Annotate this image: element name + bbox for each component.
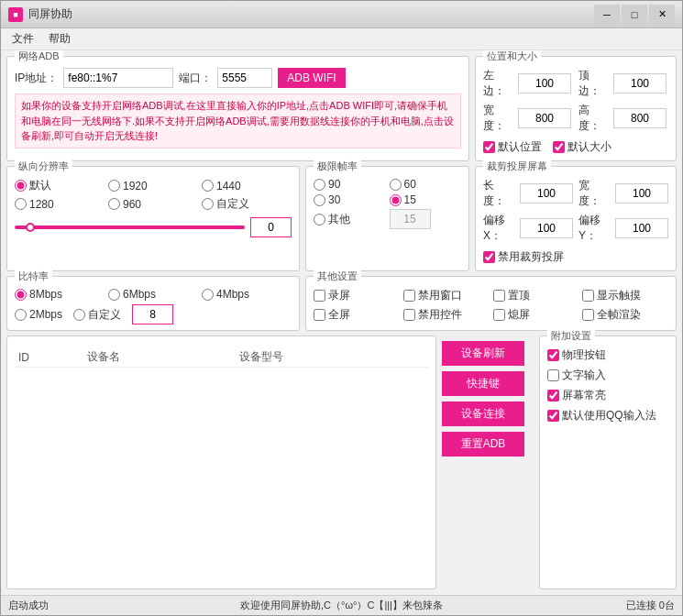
fps-90[interactable]: 90	[314, 178, 386, 191]
width-input[interactable]	[518, 108, 571, 128]
bitrate-2mbps[interactable]: 2Mbps	[15, 308, 62, 321]
crop-title: 裁剪投屏屏幕	[483, 160, 551, 173]
fps-panel: 极限帧率 90 60 30	[305, 166, 469, 271]
setting-fullscreen[interactable]: 全屏	[314, 307, 400, 323]
ip-input[interactable]	[63, 68, 173, 88]
addon-qq-input[interactable]: 默认使用QQ输入法	[547, 408, 668, 424]
resolution-slider[interactable]	[15, 226, 245, 229]
app-icon: ■	[8, 7, 23, 22]
setting-full-render[interactable]: 全帧渲染	[582, 307, 668, 323]
addon-items: 物理按钮 文字输入 屏幕常亮 默认使用QQ输入法	[547, 347, 668, 424]
settings-row: 比特率 8Mbps 6Mbps 4Mbps	[6, 276, 677, 331]
bitrate-custom[interactable]: 自定义	[73, 307, 121, 323]
connect-button[interactable]: 设备连接	[442, 402, 524, 426]
crop-grid: 长度： 宽度： 偏移X： 偏移Y：	[483, 178, 668, 244]
shortcut-button[interactable]: 快捷键	[442, 371, 524, 396]
resolution-radio-grid: 默认 1920 1440 1280	[15, 178, 292, 212]
addon-screen-bright[interactable]: 屏幕常亮	[547, 388, 668, 403]
network-adb-title: 网络ADB	[15, 50, 63, 63]
crop-panel: 裁剪投屏屏幕 长度： 宽度： 偏移X： 偏移Y： 禁用裁剪投屏	[475, 166, 677, 271]
maximize-button[interactable]: □	[622, 5, 647, 25]
position-title: 位置和大小	[483, 50, 541, 63]
res-960[interactable]: 960	[108, 196, 198, 212]
addon-physical-btn[interactable]: 物理按钮	[547, 347, 668, 363]
setting-disable-control[interactable]: 禁用控件	[403, 307, 490, 323]
bitrate-8mbps[interactable]: 8Mbps	[15, 288, 105, 301]
crop-length-input[interactable]	[520, 183, 573, 204]
warning-text: 如果你的设备支持开启网络ADB调试,在这里直接输入你的IP地址,点击ADB WI…	[15, 94, 461, 148]
default-size-label: 默认大小	[567, 139, 611, 155]
port-input[interactable]	[217, 68, 272, 88]
crop-label: 禁用裁剪投屏	[498, 249, 564, 265]
res-custom[interactable]: 自定义	[202, 196, 292, 212]
crop-width-input[interactable]	[615, 183, 668, 204]
resolution-slider-row	[15, 217, 292, 237]
network-adb-panel: 网络ADB IP地址： 端口： ADB WIFI 如果你的设备支持开启网络ADB…	[6, 56, 469, 161]
default-pos-checkbox[interactable]	[483, 141, 495, 153]
top-input[interactable]	[613, 73, 666, 94]
res-1280[interactable]: 1280	[15, 196, 105, 212]
top-row: 网络ADB IP地址： 端口： ADB WIFI 如果你的设备支持开启网络ADB…	[6, 56, 677, 161]
left-input[interactable]	[518, 73, 571, 94]
setting-screen-off[interactable]: 熄屏	[493, 307, 579, 323]
menu-help[interactable]: 帮助	[41, 29, 78, 49]
crop-checkbox[interactable]	[483, 251, 495, 263]
res-1440[interactable]: 1440	[202, 178, 292, 193]
fps-other-input[interactable]	[390, 209, 431, 229]
top-label: 顶边：	[578, 68, 608, 99]
menu-file[interactable]: 文件	[5, 29, 41, 49]
setting-top[interactable]: 置顶	[493, 288, 579, 303]
fps-60[interactable]: 60	[390, 178, 462, 191]
fps-title: 极限帧率	[314, 160, 361, 173]
refresh-button[interactable]: 设备刷新	[442, 341, 524, 366]
setting-disable-window[interactable]: 禁用窗口	[403, 288, 490, 303]
setting-show-touch[interactable]: 显示触摸	[582, 288, 668, 303]
default-size-checkbox[interactable]	[553, 141, 565, 153]
content-area: 网络ADB IP地址： 端口： ADB WIFI 如果你的设备支持开启网络ADB…	[1, 50, 682, 595]
default-pos-label: 默认位置	[498, 139, 542, 155]
offset-x-input[interactable]	[520, 218, 573, 238]
res-1920[interactable]: 1920	[108, 178, 198, 193]
offset-y-input[interactable]	[615, 218, 668, 238]
close-button[interactable]: ✕	[649, 5, 675, 25]
ip-row: IP地址： 端口： ADB WIFI	[15, 68, 461, 88]
fps-15[interactable]: 15	[390, 193, 462, 206]
middle-row: 纵向分辨率 默认 1920 1440	[6, 166, 677, 271]
setting-record[interactable]: 录屏	[314, 288, 400, 303]
default-size-checkbox-item[interactable]: 默认大小	[553, 139, 611, 155]
crop-width-label: 宽度：	[578, 178, 610, 209]
fps-other[interactable]: 其他	[314, 209, 386, 229]
bitrate-4mbps[interactable]: 4Mbps	[202, 288, 292, 301]
addon-text-input[interactable]: 文字输入	[547, 368, 668, 383]
slider-with-input	[15, 217, 292, 237]
addon-panel: 附加设置 物理按钮 文字输入 屏幕常亮	[539, 336, 677, 589]
position-panel: 位置和大小 左边： 顶边： 宽度： 高度： 默认位置	[475, 56, 677, 161]
height-label: 高度：	[578, 103, 608, 134]
bitrate-6mbps[interactable]: 6Mbps	[108, 288, 198, 301]
title-bar: ■ 同屏协助 ─ □ ✕	[1, 1, 682, 28]
col-id: ID	[15, 347, 83, 368]
left-label: 左边：	[483, 68, 512, 99]
bitrate-custom-input[interactable]	[132, 304, 173, 324]
reset-button[interactable]: 重置ADB	[442, 432, 524, 456]
status-right: 已连接 0台	[508, 599, 675, 612]
status-left: 启动成功	[8, 599, 175, 612]
status-center: 欢迎使用同屏协助,C（°ω°）C【|||】来包辣条	[175, 599, 509, 612]
minimize-button[interactable]: ─	[594, 5, 620, 25]
default-pos-checkbox-item[interactable]: 默认位置	[483, 139, 542, 155]
device-panel: ID 设备名 设备型号	[6, 336, 436, 589]
window-controls: ─ □ ✕	[594, 5, 675, 25]
adb-wifi-button[interactable]: ADB WIFI	[278, 68, 345, 88]
action-panel: 设备刷新 快捷键 设备连接 重置ADB	[442, 336, 534, 589]
fps-30[interactable]: 30	[314, 193, 386, 206]
bitrate-radio-grid: 8Mbps 6Mbps 4Mbps	[15, 288, 292, 301]
menu-bar: 文件 帮助	[1, 28, 682, 50]
resolution-panel: 纵向分辨率 默认 1920 1440	[6, 166, 300, 271]
res-default[interactable]: 默认	[15, 178, 105, 193]
height-input[interactable]	[613, 108, 666, 128]
other-settings-grid: 录屏 禁用窗口 置顶 显示触摸	[314, 288, 668, 323]
resolution-custom-input[interactable]	[250, 217, 292, 237]
offset-x-label: 偏移X：	[483, 213, 514, 244]
crop-checkbox-item[interactable]: 禁用裁剪投屏	[483, 249, 668, 265]
main-window: ■ 同屏协助 ─ □ ✕ 文件 帮助 网络ADB IP地址： 端口： ADB W…	[0, 0, 683, 616]
